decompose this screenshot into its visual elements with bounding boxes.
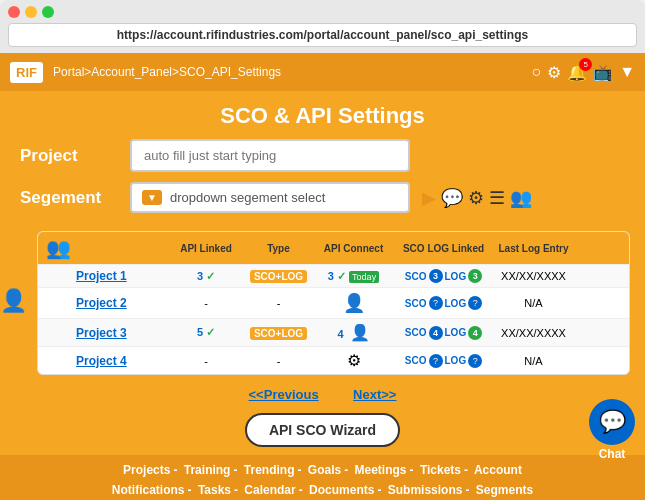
table-section: 👤 👥 API Linked Type API Connect SCO LOG … bbox=[0, 223, 645, 379]
chevron-down-icon[interactable]: ▼ bbox=[619, 63, 635, 81]
project4-api-linked: - bbox=[166, 355, 246, 367]
project4-type: - bbox=[246, 355, 311, 367]
nav-segments[interactable]: Segments bbox=[476, 483, 533, 497]
chat-label: Chat bbox=[599, 447, 626, 461]
project1-link[interactable]: Project 1 bbox=[76, 269, 166, 283]
project2-sco-log: SCO ? LOG ? bbox=[396, 296, 491, 310]
col-header-type: Type bbox=[246, 243, 311, 254]
browser-dots bbox=[8, 6, 637, 18]
col-header-last-log: Last Log Entry bbox=[491, 243, 576, 254]
project2-type: - bbox=[246, 297, 311, 309]
segment-icons: ▶ 💬 ⚙ ☰ 👥 bbox=[422, 187, 532, 209]
breadcrumb: Portal>Account_Panel>SCO_API_Settings bbox=[53, 65, 532, 79]
nav-documents[interactable]: Documents bbox=[309, 483, 374, 497]
project3-type: SCO+LOG bbox=[246, 327, 311, 339]
project3-sco-log: SCO 4 LOG 4 bbox=[396, 326, 491, 340]
notification-badge: 5 bbox=[579, 58, 592, 71]
dropdown-arrow-icon: ▼ bbox=[142, 190, 162, 205]
project-row: Project bbox=[20, 139, 625, 172]
table-row: Project 2 - - 👤 SCO ? LOG ? N/A bbox=[38, 287, 629, 318]
nav-meetings[interactable]: Meetings bbox=[355, 463, 407, 477]
main-content: RIF Portal>Account_Panel>SCO_API_Setting… bbox=[0, 53, 645, 500]
monitor-icon[interactable]: 📺 bbox=[593, 63, 613, 82]
nav-calendar[interactable]: Calendar bbox=[244, 483, 295, 497]
project4-link[interactable]: Project 4 bbox=[76, 354, 166, 368]
close-dot[interactable] bbox=[8, 6, 20, 18]
bottom-nav-row1: Projects- Training- Trending- Goals- Mee… bbox=[10, 460, 635, 480]
project2-last-log: N/A bbox=[491, 297, 576, 309]
play-icon[interactable]: ▶ bbox=[422, 187, 436, 209]
chat-bubble-icon[interactable]: 💬 bbox=[441, 187, 463, 209]
previous-link[interactable]: <<Previous bbox=[249, 387, 319, 402]
nav-trending[interactable]: Trending bbox=[244, 463, 295, 477]
minimize-dot[interactable] bbox=[25, 6, 37, 18]
segment-dropdown-text: dropdown segement select bbox=[170, 190, 325, 205]
project-input[interactable] bbox=[130, 139, 410, 172]
project3-api-connect: 4 👤 bbox=[311, 323, 396, 342]
project2-api-linked: - bbox=[166, 297, 246, 309]
chat-button[interactable]: 💬 Chat bbox=[589, 399, 635, 461]
nav-projects[interactable]: Projects bbox=[123, 463, 170, 477]
project4-api-connect: ⚙ bbox=[311, 351, 396, 370]
project1-last-log: XX/XX/XXXX bbox=[491, 270, 576, 282]
project2-link[interactable]: Project 2 bbox=[76, 296, 166, 310]
nav-submissions[interactable]: Submissions bbox=[388, 483, 463, 497]
col-header-api-connect: API Connect bbox=[311, 243, 396, 254]
project1-api-connect: 3 ✓ Today bbox=[311, 270, 396, 283]
nav-goals[interactable]: Goals bbox=[308, 463, 341, 477]
table-row: Project 3 5 ✓ SCO+LOG 4 👤 SCO 4 LOG bbox=[38, 318, 629, 346]
project2-api-connect: 👤 bbox=[311, 292, 396, 314]
bottom-nav: Projects- Training- Trending- Goals- Mee… bbox=[0, 455, 645, 500]
table-row: Project 4 - - ⚙ SCO ? LOG ? N/A bbox=[38, 346, 629, 374]
person-icon-small: 👤 bbox=[343, 293, 365, 313]
col-header-sco-log: SCO LOG Linked bbox=[396, 243, 491, 254]
list-icon[interactable]: ☰ bbox=[489, 187, 505, 209]
table-container: 👥 API Linked Type API Connect SCO LOG Li… bbox=[37, 231, 630, 375]
wizard-section: API SCO Wizard bbox=[0, 409, 645, 455]
col-header-api-linked: API Linked bbox=[166, 243, 246, 254]
nav-training[interactable]: Training bbox=[184, 463, 231, 477]
project1-api-linked: 3 ✓ bbox=[166, 270, 246, 283]
nav-tasks[interactable]: Tasks bbox=[198, 483, 231, 497]
settings-wheel-icon[interactable]: ⚙ bbox=[468, 187, 484, 209]
project-label: Project bbox=[20, 146, 130, 166]
browser-chrome: https://account.rifindustries.com/portal… bbox=[0, 0, 645, 53]
maximize-dot[interactable] bbox=[42, 6, 54, 18]
group-icon: 👥 bbox=[46, 237, 71, 259]
page-title: SCO & API Settings bbox=[0, 91, 645, 139]
segment-label: Segement bbox=[20, 188, 130, 208]
form-section: Project Segement ▼ dropdown segement sel… bbox=[0, 139, 645, 213]
bottom-nav-row2: Notifications- Tasks- Calendar- Document… bbox=[10, 480, 635, 500]
segment-dropdown[interactable]: ▼ dropdown segement select bbox=[130, 182, 410, 213]
gear-small-icon: ⚙ bbox=[347, 352, 361, 369]
top-nav: RIF Portal>Account_Panel>SCO_API_Setting… bbox=[0, 53, 645, 91]
pagination: <<Previous Next>> bbox=[0, 379, 645, 409]
next-link[interactable]: Next>> bbox=[353, 387, 396, 402]
table-row: Project 1 3 ✓ SCO+LOG 3 ✓ Today SCO 3 bbox=[38, 264, 629, 287]
project3-link[interactable]: Project 3 bbox=[76, 326, 166, 340]
project1-sco-log: SCO 3 LOG 3 bbox=[396, 269, 491, 283]
table-header-icon-cell: 👥 bbox=[46, 236, 76, 260]
address-bar[interactable]: https://account.rifindustries.com/portal… bbox=[8, 23, 637, 47]
project4-last-log: N/A bbox=[491, 355, 576, 367]
project1-type: SCO+LOG bbox=[246, 270, 311, 282]
connect-person-icon: 👤 bbox=[350, 324, 370, 341]
circle-icon[interactable]: ○ bbox=[531, 63, 541, 81]
person-list-icon: 👤 bbox=[0, 288, 27, 314]
nav-icons: ○ ⚙ 🔔 5 📺 ▼ bbox=[531, 63, 635, 82]
wizard-button[interactable]: API SCO Wizard bbox=[245, 413, 400, 447]
table-header-row: 👥 API Linked Type API Connect SCO LOG Li… bbox=[38, 232, 629, 264]
nav-tickets[interactable]: Tickets bbox=[420, 463, 461, 477]
project3-last-log: XX/XX/XXXX bbox=[491, 327, 576, 339]
project3-api-linked: 5 ✓ bbox=[166, 326, 246, 339]
nav-notifications[interactable]: Notifications bbox=[112, 483, 185, 497]
gear-icon[interactable]: ⚙ bbox=[547, 63, 561, 82]
people-icon[interactable]: 👥 bbox=[510, 187, 532, 209]
rif-logo[interactable]: RIF bbox=[10, 62, 43, 83]
chat-icon: 💬 bbox=[599, 409, 626, 435]
segment-row: Segement ▼ dropdown segement select ▶ 💬 … bbox=[20, 182, 625, 213]
nav-account[interactable]: Account bbox=[474, 463, 522, 477]
bell-icon[interactable]: 🔔 5 bbox=[567, 63, 587, 82]
project4-sco-log: SCO ? LOG ? bbox=[396, 354, 491, 368]
